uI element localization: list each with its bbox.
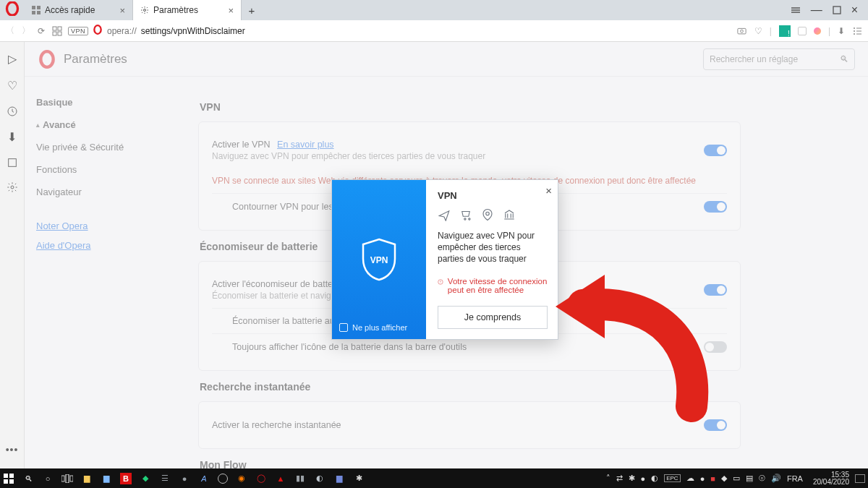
- vpn-toggle[interactable]: [704, 145, 727, 156]
- taskbar-app-icon[interactable]: A: [198, 473, 210, 484]
- taskbar-app-icon[interactable]: ◯: [255, 473, 267, 484]
- battery-icon-toggle[interactable]: [704, 341, 727, 353]
- tray-icon[interactable]: ●: [700, 474, 705, 483]
- minimize-button[interactable]: —: [811, 4, 822, 17]
- tab-label: Accès rapide: [45, 5, 95, 15]
- explorer-icon[interactable]: ▆: [81, 473, 93, 484]
- nav-advanced[interactable]: ▴Avancé: [36, 114, 184, 136]
- shield-icon: VPN: [359, 237, 399, 282]
- settings-header: Paramètres Rechercher un réglage 🔍︎: [25, 42, 868, 77]
- extension-icon[interactable]: [814, 27, 821, 35]
- volume-icon[interactable]: 🔊: [771, 474, 781, 483]
- taskbar-app-icon[interactable]: [218, 474, 228, 484]
- notifications-icon[interactable]: [855, 474, 865, 483]
- tabs-icon[interactable]: [52, 26, 62, 36]
- nav-browser[interactable]: Navigateur: [36, 181, 184, 203]
- close-icon[interactable]: ×: [119, 5, 125, 16]
- taskbar-app-icon[interactable]: ●: [179, 473, 190, 484]
- vpn-bypass-toggle[interactable]: [704, 201, 727, 213]
- discord-icon[interactable]: ▆: [333, 473, 345, 484]
- svg-rect-1: [32, 6, 35, 9]
- heart-icon[interactable]: ♡: [754, 26, 762, 36]
- address-bar: 〈 〉 ⟳ VPN opera://settings/vpnWithDiscla…: [0, 20, 868, 42]
- taskbar-app-icon[interactable]: ▮▮: [294, 473, 306, 484]
- settings-nav: Basique ▴Avancé Vie privée & Sécurité Fo…: [25, 77, 184, 468]
- language-indicator[interactable]: FRA: [787, 474, 803, 483]
- speed-dial-icon: [32, 6, 41, 14]
- nav-features[interactable]: Fonctions: [36, 158, 184, 181]
- heart-icon[interactable]: ♡: [7, 79, 17, 93]
- search-icon[interactable]: 🔍︎: [22, 473, 34, 484]
- taskbar-app-icon[interactable]: ▲: [275, 473, 286, 484]
- easy-setup-icon[interactable]: [791, 5, 801, 15]
- tab-speed-dial[interactable]: Accès rapide ×: [25, 0, 133, 20]
- tray-icon[interactable]: ■: [710, 474, 715, 483]
- slack-icon[interactable]: ✱: [353, 473, 365, 484]
- modal-warning: Votre vitesse de connexion peut en être …: [438, 277, 548, 294]
- tray-icon[interactable]: ▭: [733, 474, 740, 483]
- section-instant-title: Recherche instantanée: [200, 381, 741, 393]
- steam-icon[interactable]: ◐: [314, 473, 326, 484]
- nav-privacy[interactable]: Vie privée & Sécurité: [36, 136, 184, 158]
- store-icon[interactable]: ▆: [101, 473, 112, 484]
- opera-logo[interactable]: [0, 0, 25, 20]
- easy-setup-icon[interactable]: [852, 26, 862, 36]
- search-input[interactable]: Rechercher un réglage 🔍︎: [703, 48, 855, 70]
- taskbar-app-icon[interactable]: ◉: [236, 473, 247, 484]
- nav-rate-opera[interactable]: Noter Opera: [36, 216, 184, 236]
- tray-icon[interactable]: ☁: [686, 474, 694, 483]
- downloads-icon[interactable]: ⬇: [838, 26, 845, 36]
- snapshot-icon[interactable]: [736, 25, 747, 36]
- maximize-button[interactable]: [833, 6, 841, 14]
- tray-icon[interactable]: ◆: [721, 474, 727, 483]
- task-view-icon[interactable]: [61, 473, 73, 484]
- more-icon[interactable]: •••: [6, 444, 19, 455]
- history-icon[interactable]: [7, 106, 18, 117]
- close-icon[interactable]: ×: [228, 5, 234, 16]
- learn-more-link[interactable]: En savoir plus: [277, 140, 334, 150]
- taskbar-app-icon[interactable]: B: [120, 473, 132, 484]
- modal-ok-button[interactable]: Je comprends: [438, 306, 548, 329]
- url-display[interactable]: VPN opera://settings/vpnWithDisclaimer: [68, 25, 245, 37]
- tab-settings[interactable]: Paramètres ×: [133, 0, 242, 20]
- dont-show-checkbox[interactable]: Ne plus afficher: [339, 323, 407, 332]
- tray-icon[interactable]: ▤: [746, 474, 753, 483]
- vpn-disclaimer-modal: VPN Ne plus afficher × VPN Naviguez avec…: [331, 179, 558, 340]
- tray-icon[interactable]: ●: [641, 474, 646, 483]
- wifi-icon[interactable]: ⦾: [759, 474, 765, 483]
- tray-overflow-icon[interactable]: ˄: [606, 474, 610, 483]
- forward-button[interactable]: 〉: [22, 25, 30, 37]
- window-controls: — ×: [780, 0, 868, 20]
- modal-close-button[interactable]: ×: [545, 184, 552, 197]
- taskbar-app-icon[interactable]: ☰: [159, 473, 171, 484]
- tray-icon[interactable]: ⇄: [616, 474, 623, 483]
- reload-button[interactable]: ⟳: [38, 26, 45, 36]
- taskbar-clock[interactable]: 15:35 20/04/2020: [813, 471, 849, 486]
- extension-icon[interactable]: [798, 27, 807, 35]
- cortana-icon[interactable]: ○: [42, 473, 54, 484]
- chevron-up-icon: ▴: [36, 121, 40, 129]
- close-button[interactable]: ×: [851, 4, 858, 17]
- instant-toggle[interactable]: [704, 419, 727, 431]
- nav-help[interactable]: Aide d'Opera: [36, 236, 184, 255]
- extensions-icon[interactable]: [7, 157, 18, 168]
- tray-icon[interactable]: EPC: [664, 474, 680, 482]
- tray-icon[interactable]: ✱: [629, 474, 635, 483]
- back-button[interactable]: 〈: [6, 25, 14, 37]
- page-title: Paramètres: [64, 52, 127, 67]
- svg-point-14: [854, 27, 855, 29]
- vpn-chip[interactable]: VPN: [68, 27, 88, 35]
- extension-badge[interactable]: [779, 25, 791, 37]
- gear-icon[interactable]: [7, 181, 18, 193]
- taskbar-app-icon[interactable]: ◆: [140, 473, 151, 484]
- downloads-icon[interactable]: ⬇: [7, 130, 17, 144]
- nav-basic[interactable]: Basique: [36, 91, 184, 114]
- start-button[interactable]: [3, 473, 14, 484]
- battery-toggle[interactable]: [704, 284, 727, 296]
- search-icon: 🔍︎: [840, 54, 848, 64]
- new-tab-button[interactable]: +: [242, 0, 262, 20]
- play-icon[interactable]: ▷: [8, 52, 17, 66]
- location-icon: [481, 208, 494, 221]
- tray-icon[interactable]: ◐: [651, 474, 658, 483]
- opera-logo-icon: [38, 50, 56, 69]
